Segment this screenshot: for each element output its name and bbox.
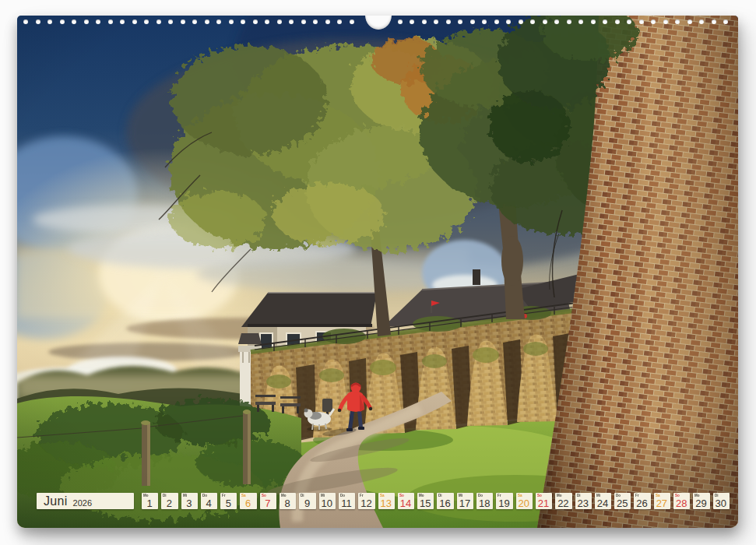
weekday-abbr: Mo: [694, 494, 700, 498]
calendar-day-10: Mi10: [319, 493, 336, 509]
binding-hole: [687, 19, 692, 24]
binding-hole: [350, 19, 354, 24]
day-number: 12: [358, 498, 374, 508]
weekday-abbr: Mi: [596, 494, 600, 498]
calendar-day-7: So7: [260, 493, 276, 509]
day-number: 19: [496, 498, 512, 508]
day-number: 25: [614, 498, 630, 508]
binding-hole: [494, 19, 499, 24]
binding-hole: [337, 19, 342, 24]
calendar-product-shot: Juni 2026 Mo1Di2Mi3Do4Fr5Sa6So7Mo8Di9Mi1…: [0, 0, 756, 545]
weekday-abbr: Di: [715, 494, 719, 498]
weekday-abbr: Mo: [557, 494, 562, 498]
calendar-day-4: Do4: [201, 493, 217, 509]
binding-hole: [156, 19, 161, 24]
binding-hole: [205, 19, 209, 24]
binding-hole: [663, 19, 668, 24]
day-number: 2: [161, 498, 177, 508]
calendar-day-8: Mo8: [280, 493, 296, 509]
calendar-day-20: Sa20: [516, 493, 533, 509]
binding-hole: [712, 19, 716, 24]
calendar-day-1: Mo1: [142, 493, 158, 509]
day-number: 14: [398, 498, 413, 508]
calendar-day-27: Sa27: [654, 493, 670, 509]
calendar-day-9: Di9: [299, 493, 315, 509]
calendar-day-6: Sa6: [240, 493, 256, 509]
binding-hole: [144, 19, 149, 24]
weekday-abbr: Mi: [459, 494, 462, 498]
day-number: 7: [260, 498, 276, 508]
calendar-day-3: Mi3: [181, 493, 198, 509]
binding-hole: [591, 19, 596, 24]
binding-hole: [543, 19, 547, 24]
day-number: 21: [536, 498, 551, 508]
day-cells-row: Mo1Di2Mi3Do4Fr5Sa6So7Mo8Di9Mi10Do11Fr12S…: [142, 493, 730, 509]
binding-hole: [96, 19, 100, 24]
day-number: 24: [595, 498, 610, 508]
weekday-abbr: Mi: [321, 494, 325, 498]
binding-hole: [72, 19, 76, 24]
weekday-abbr: Mo: [419, 494, 424, 498]
weekday-abbr: Do: [340, 494, 345, 498]
binding-hole: [289, 19, 294, 24]
weekday-abbr: Fr: [222, 494, 226, 498]
weekday-abbr: Sa: [518, 494, 522, 498]
day-number: 30: [713, 498, 729, 508]
binding-hole: [639, 19, 644, 24]
calendar-day-28: So28: [673, 493, 690, 509]
calendar-day-5: Fr5: [220, 493, 237, 509]
day-number: 10: [319, 498, 335, 508]
day-number: 28: [673, 498, 689, 508]
binding-hole: [723, 19, 728, 24]
weekday-abbr: So: [399, 494, 404, 498]
binding-hole: [132, 19, 137, 24]
calendar-day-22: Mo22: [555, 493, 571, 509]
calendar-day-25: Do25: [614, 493, 631, 509]
calendar-day-21: So21: [536, 493, 552, 509]
month-label: Juni 2026: [37, 493, 134, 509]
weekday-abbr: Di: [577, 494, 581, 498]
weekday-abbr: Sa: [656, 494, 660, 498]
binding-hole: [699, 19, 704, 24]
binding-hole: [434, 19, 438, 24]
binding-hole: [84, 19, 89, 24]
year-label: 2026: [73, 498, 92, 508]
binding-hole: [23, 19, 28, 24]
binding-hole: [229, 19, 234, 24]
binding-hole: [216, 19, 221, 24]
weekday-abbr: Fr: [635, 494, 639, 498]
binding-hole: [554, 19, 559, 24]
weekday-abbr: Fr: [360, 494, 364, 498]
calendar-day-13: Sa13: [378, 493, 395, 509]
binding-hole: [627, 19, 631, 24]
weekday-abbr: Mo: [143, 494, 149, 498]
calendar-day-15: Mo15: [417, 493, 434, 509]
binding-hole: [253, 19, 258, 24]
binding-hole: [567, 19, 571, 24]
day-number: 20: [516, 498, 532, 508]
day-number: 5: [220, 498, 236, 508]
weekday-abbr: Do: [616, 494, 621, 498]
binding-hole: [168, 19, 173, 24]
binding-hole: [410, 19, 414, 24]
binding-hole: [675, 19, 680, 24]
binding-hole: [265, 19, 269, 24]
binding-hole: [470, 19, 475, 24]
weekday-abbr: Di: [301, 494, 304, 498]
binding-hole: [325, 19, 330, 24]
day-number: 4: [201, 498, 216, 508]
day-number: 29: [693, 498, 709, 508]
day-number: 18: [476, 498, 492, 508]
weekday-abbr: Mi: [183, 494, 187, 498]
binding-hole: [519, 19, 523, 24]
binding-hole: [398, 19, 403, 24]
calendar-day-24: Mi24: [595, 493, 611, 509]
calendar-day-19: Fr19: [496, 493, 512, 509]
calendar-day-18: Do18: [476, 493, 493, 509]
binding-hole: [446, 19, 451, 24]
binding-hole: [482, 19, 487, 24]
binding-hole: [578, 19, 583, 24]
binding-hole: [422, 19, 427, 24]
weekday-abbr: So: [262, 494, 266, 498]
binding-hole: [615, 19, 620, 24]
